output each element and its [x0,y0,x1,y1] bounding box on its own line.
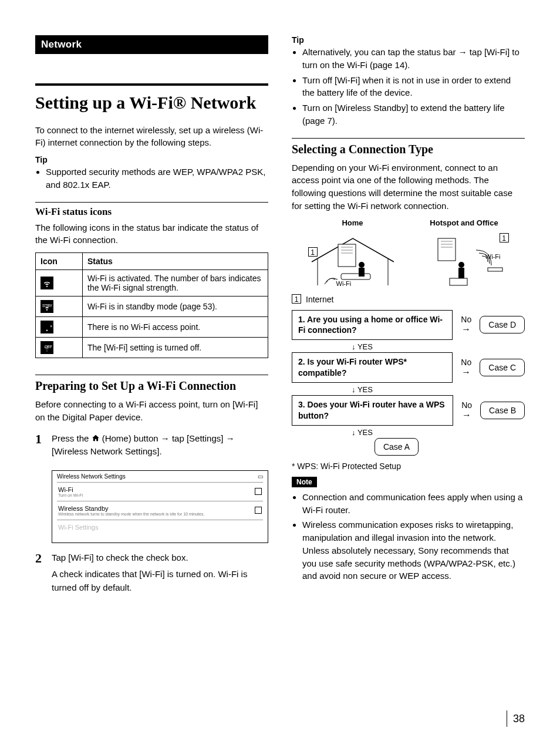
icon-status-table: Icon Status Wi-Fi is activated. The numb… [35,252,268,358]
select-intro: Depending on your Wi-Fi environment, con… [292,161,525,213]
subheading-selecting: Selecting a Connection Type [292,142,525,157]
legend-num: 1 [292,294,301,304]
left-column: Network Setting up a Wi-Fi® Network To c… [35,35,268,606]
status-text: The [Wi-Fi] setting is turned off. [83,338,268,358]
flow-question-3: 3. Does your Wi-Fi router have a WPS but… [292,395,453,426]
checkbox-icon [255,507,262,514]
env-home: Home 1 Wi-Fi [306,218,400,288]
steps-list: 1 Press the (Home) button → tap [Setting… [35,432,268,462]
status-text: Wi-Fi is in standby mode (page 53). [83,296,268,317]
tip-list: Alternatively, you can tap the status ba… [292,46,525,127]
thin-rule [35,375,268,375]
wps-footnote: * WPS: Wi-Fi Protected Setup [292,461,525,471]
svg-rect-15 [450,278,467,285]
table-row: × There is no Wi-Fi access point. [36,317,268,338]
wifi-label: Wi-Fi [485,253,501,260]
tip-item: Supported security methods are WEP, WPA/… [46,166,268,191]
tip-label: Tip [292,35,525,45]
flow-question-2: 2. Is your Wi-Fi router WPS* compatible? [292,352,453,383]
tip-label: Tip [35,155,268,164]
svg-rect-16 [488,268,502,271]
subheading-icons: Wi-Fi status icons [35,206,268,218]
thin-rule [292,138,525,139]
step-number: 1 [35,432,52,462]
screenshot-row-wifi: Wi-FiTurn on Wi-Fi [57,482,263,501]
intro-text: To connect to the internet wirelessly, s… [35,124,268,150]
screenshot-title: Wireless Network Settings [57,473,126,480]
icons-intro: The following icons in the status bar in… [35,221,268,247]
th-icon: Icon [36,253,83,270]
flow-yes-label: YES [327,341,397,352]
flow-question-1: 1. Are you using a home or office Wi-Fi … [292,310,453,341]
legend-label: Internet [306,295,333,304]
flow-yes-label: YES [327,384,397,395]
checkbox-icon [255,488,262,495]
status-text: There is no Wi-Fi access point. [83,317,268,338]
prep-intro: Before connecting to a Wi-Fi access poin… [35,398,268,424]
decision-flowchart: 1. Are you using a home or office Wi-Fi … [292,310,525,456]
heading-rule [35,83,268,86]
env-hotspot: Hotspot and Office 1 Wi-Fi [417,218,511,288]
flow-case-a: Case A [375,438,419,456]
tip-list: Supported security methods are WEP, WPA/… [35,166,268,191]
svg-point-13 [458,262,464,268]
flow-case-c: Case C [480,359,525,376]
tip-item: Turn on [Wireless Standby] to extend the… [302,102,525,127]
flow-yes-label: YES [327,427,397,438]
tip-item: Turn off [Wi-Fi] when it is not in use i… [302,74,525,100]
th-status: Status [83,253,268,270]
svg-rect-9 [438,238,456,261]
section-tag: Network [35,35,268,54]
table-row: OFF The [Wi-Fi] setting is turned off. [36,338,268,358]
home-icon [92,434,100,442]
wifi-noap-icon: × [41,321,53,333]
flow-case-d: Case D [480,316,525,333]
svg-rect-6 [341,274,370,279]
page-number: 38 [507,710,525,727]
battery-icon: ▭ [258,473,263,480]
environment-figures: Home 1 Wi-Fi [292,218,525,288]
callout-1: 1 [500,233,509,242]
svg-rect-8 [359,268,365,277]
screenshot-row-wifisettings: Wi-Fi Settings [57,520,263,534]
page-title: Setting up a Wi-Fi® Network [35,93,268,113]
flow-case-b: Case B [480,402,525,419]
svg-point-7 [359,262,365,268]
wifi-standby-icon: STBY [41,300,53,313]
callout-1: 1 [308,247,318,257]
flow-no-label: No [457,315,475,335]
home-illustration [306,230,400,288]
settings-screenshot: Wireless Network Settings ▭ Wi-FiTurn on… [52,470,268,543]
subheading-preparing: Preparing to Set Up a Wi-Fi Connection [35,379,268,393]
status-text: Wi-Fi is activated. The number of bars i… [83,270,268,296]
wifi-off-icon: OFF [41,341,53,354]
svg-rect-14 [458,268,464,278]
right-column: Tip Alternatively, you can tap the statu… [292,35,525,606]
table-row: Wi-Fi is activated. The number of bars i… [36,270,268,296]
flow-no-label: No [457,358,475,378]
figure-legend: 1Internet [292,294,525,304]
step-text: Tap [Wi-Fi] to check the check box. [52,551,268,565]
flow-no-label: No [458,400,475,420]
note-item: Wireless communication exposes risks to … [302,518,525,582]
step-number: 2 [35,551,52,598]
svg-rect-2 [338,244,356,267]
step-1: 1 Press the (Home) button → tap [Setting… [35,432,268,462]
steps-list: 2 Tap [Wi-Fi] to check the check box. A … [35,551,268,598]
thin-rule [35,202,268,203]
step-text: Press the (Home) button → tap [Settings]… [52,432,268,459]
note-item: Connection and communication fees apply … [302,491,525,517]
screenshot-row-standby: Wireless StandbyWireless network turns t… [57,501,263,520]
step-text: A check indicates that [Wi-Fi] is turned… [52,568,268,594]
step-2: 2 Tap [Wi-Fi] to check the check box. A … [35,551,268,598]
wifi-icon [41,277,53,289]
note-list: Connection and communication fees apply … [292,491,525,582]
tip-item: Alternatively, you can tap the status ba… [302,46,525,72]
wifi-label: Wi-Fi [336,280,352,287]
note-label: Note [292,477,317,487]
table-row: STBY Wi-Fi is in standby mode (page 53). [36,296,268,317]
